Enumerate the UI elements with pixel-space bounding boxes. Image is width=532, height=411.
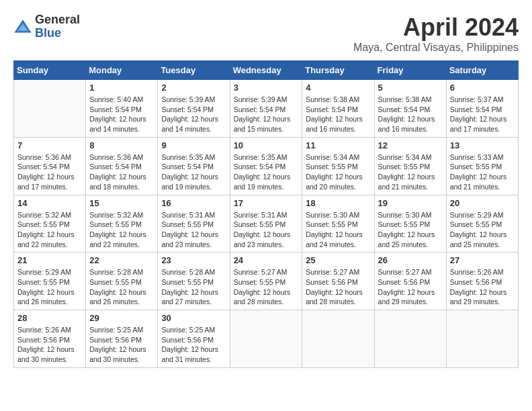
calendar-day-cell (14, 80, 86, 138)
day-number: 17 (234, 198, 299, 208)
calendar-day-cell: 22Sunrise: 5:28 AMSunset: 5:55 PMDayligh… (86, 253, 158, 310)
day-info: Sunrise: 5:30 AMSunset: 5:55 PMDaylight:… (306, 210, 370, 250)
day-number: 13 (450, 140, 515, 150)
day-info: Sunrise: 5:31 AMSunset: 5:55 PMDaylight:… (234, 210, 299, 250)
day-info: Sunrise: 5:33 AMSunset: 5:55 PMDaylight:… (450, 152, 515, 192)
calendar-day-cell: 15Sunrise: 5:32 AMSunset: 5:55 PMDayligh… (86, 195, 158, 253)
calendar-day-cell: 7Sunrise: 5:36 AMSunset: 5:54 PMDaylight… (14, 137, 86, 195)
calendar-week-row: 21Sunrise: 5:29 AMSunset: 5:55 PMDayligh… (14, 253, 519, 310)
day-info: Sunrise: 5:40 AMSunset: 5:54 PMDaylight:… (89, 95, 154, 134)
day-info: Sunrise: 5:35 AMSunset: 5:54 PMDaylight:… (234, 152, 299, 192)
day-number: 10 (234, 140, 299, 150)
calendar-day-cell: 12Sunrise: 5:34 AMSunset: 5:55 PMDayligh… (374, 137, 446, 195)
calendar-day-cell (302, 310, 374, 368)
logo-blue-text: Blue (35, 27, 80, 40)
day-info: Sunrise: 5:32 AMSunset: 5:55 PMDaylight:… (89, 210, 154, 250)
calendar-header-cell: Thursday (302, 61, 374, 80)
calendar-day-cell: 21Sunrise: 5:29 AMSunset: 5:55 PMDayligh… (14, 253, 86, 310)
day-info: Sunrise: 5:36 AMSunset: 5:54 PMDaylight:… (17, 152, 82, 192)
calendar-day-cell: 2Sunrise: 5:39 AMSunset: 5:54 PMDaylight… (158, 80, 230, 138)
day-number: 8 (89, 140, 154, 150)
calendar-day-cell: 11Sunrise: 5:34 AMSunset: 5:55 PMDayligh… (302, 137, 374, 195)
day-number: 3 (234, 83, 299, 93)
calendar-day-cell: 19Sunrise: 5:30 AMSunset: 5:55 PMDayligh… (374, 195, 446, 253)
day-number: 15 (89, 198, 154, 208)
calendar-day-cell: 20Sunrise: 5:29 AMSunset: 5:55 PMDayligh… (446, 195, 518, 253)
day-info: Sunrise: 5:25 AMSunset: 5:56 PMDaylight:… (89, 325, 154, 365)
calendar-day-cell (374, 310, 446, 368)
logo-text: General Blue (35, 13, 80, 40)
day-number: 20 (450, 198, 515, 208)
calendar-day-cell: 4Sunrise: 5:38 AMSunset: 5:54 PMDaylight… (302, 80, 374, 138)
calendar-location: Maya, Central Visayas, Philippines (353, 42, 519, 54)
day-info: Sunrise: 5:38 AMSunset: 5:54 PMDaylight:… (378, 95, 443, 134)
calendar-header-row: SundayMondayTuesdayWednesdayThursdayFrid… (14, 61, 519, 80)
calendar-day-cell: 24Sunrise: 5:27 AMSunset: 5:55 PMDayligh… (230, 253, 302, 310)
calendar-day-cell: 25Sunrise: 5:27 AMSunset: 5:56 PMDayligh… (302, 253, 374, 310)
day-number: 2 (161, 83, 226, 93)
day-number: 6 (450, 83, 515, 93)
logo-icon (13, 17, 32, 36)
calendar-header-cell: Sunday (14, 61, 86, 80)
calendar-day-cell: 28Sunrise: 5:26 AMSunset: 5:56 PMDayligh… (14, 310, 86, 368)
calendar-day-cell: 18Sunrise: 5:30 AMSunset: 5:55 PMDayligh… (302, 195, 374, 253)
day-info: Sunrise: 5:38 AMSunset: 5:54 PMDaylight:… (306, 95, 370, 134)
day-info: Sunrise: 5:27 AMSunset: 5:56 PMDaylight:… (378, 267, 443, 307)
day-number: 12 (378, 140, 443, 150)
day-number: 5 (378, 83, 443, 93)
calendar-day-cell: 13Sunrise: 5:33 AMSunset: 5:55 PMDayligh… (446, 137, 518, 195)
day-info: Sunrise: 5:34 AMSunset: 5:55 PMDaylight:… (378, 152, 443, 192)
calendar-day-cell: 1Sunrise: 5:40 AMSunset: 5:54 PMDaylight… (86, 80, 158, 138)
day-info: Sunrise: 5:29 AMSunset: 5:55 PMDaylight:… (450, 210, 515, 250)
calendar-week-row: 7Sunrise: 5:36 AMSunset: 5:54 PMDaylight… (14, 137, 519, 195)
calendar-day-cell: 9Sunrise: 5:35 AMSunset: 5:54 PMDaylight… (158, 137, 230, 195)
day-info: Sunrise: 5:32 AMSunset: 5:55 PMDaylight:… (17, 210, 82, 250)
calendar-header-cell: Tuesday (158, 61, 230, 80)
day-info: Sunrise: 5:39 AMSunset: 5:54 PMDaylight:… (161, 95, 226, 134)
calendar-week-row: 14Sunrise: 5:32 AMSunset: 5:55 PMDayligh… (14, 195, 519, 253)
page-header: General Blue April 2024 Maya, Central Vi… (13, 13, 519, 54)
title-area: April 2024 Maya, Central Visayas, Philip… (353, 13, 519, 54)
calendar-day-cell: 8Sunrise: 5:36 AMSunset: 5:54 PMDaylight… (86, 137, 158, 195)
day-number: 22 (89, 255, 154, 265)
calendar-day-cell: 26Sunrise: 5:27 AMSunset: 5:56 PMDayligh… (374, 253, 446, 310)
calendar-table: SundayMondayTuesdayWednesdayThursdayFrid… (13, 60, 519, 368)
calendar-header-cell: Monday (86, 61, 158, 80)
day-info: Sunrise: 5:26 AMSunset: 5:56 PMDaylight:… (450, 267, 515, 307)
calendar-header-cell: Wednesday (230, 61, 302, 80)
calendar-day-cell: 23Sunrise: 5:28 AMSunset: 5:55 PMDayligh… (158, 253, 230, 310)
day-number: 19 (378, 198, 443, 208)
calendar-day-cell (446, 310, 518, 368)
day-info: Sunrise: 5:34 AMSunset: 5:55 PMDaylight:… (306, 152, 370, 192)
calendar-day-cell: 30Sunrise: 5:25 AMSunset: 5:56 PMDayligh… (158, 310, 230, 368)
calendar-day-cell: 5Sunrise: 5:38 AMSunset: 5:54 PMDaylight… (374, 80, 446, 138)
day-info: Sunrise: 5:25 AMSunset: 5:56 PMDaylight:… (161, 325, 226, 365)
day-number: 4 (306, 83, 370, 93)
day-info: Sunrise: 5:30 AMSunset: 5:55 PMDaylight:… (378, 210, 443, 250)
day-number: 30 (161, 313, 226, 323)
day-number: 26 (378, 255, 443, 265)
day-info: Sunrise: 5:28 AMSunset: 5:55 PMDaylight:… (89, 267, 154, 307)
day-number: 27 (450, 255, 515, 265)
day-info: Sunrise: 5:35 AMSunset: 5:54 PMDaylight:… (161, 152, 226, 192)
calendar-day-cell: 27Sunrise: 5:26 AMSunset: 5:56 PMDayligh… (446, 253, 518, 310)
day-info: Sunrise: 5:29 AMSunset: 5:55 PMDaylight:… (17, 267, 82, 307)
calendar-header-cell: Friday (374, 61, 446, 80)
day-number: 16 (161, 198, 226, 208)
calendar-day-cell: 3Sunrise: 5:39 AMSunset: 5:54 PMDaylight… (230, 80, 302, 138)
calendar-body: 1Sunrise: 5:40 AMSunset: 5:54 PMDaylight… (14, 80, 519, 368)
day-info: Sunrise: 5:36 AMSunset: 5:54 PMDaylight:… (89, 152, 154, 192)
day-number: 28 (17, 313, 82, 323)
day-info: Sunrise: 5:27 AMSunset: 5:56 PMDaylight:… (306, 267, 370, 307)
day-number: 9 (161, 140, 226, 150)
calendar-header-cell: Saturday (446, 61, 518, 80)
day-number: 23 (161, 255, 226, 265)
calendar-day-cell (230, 310, 302, 368)
day-info: Sunrise: 5:27 AMSunset: 5:55 PMDaylight:… (234, 267, 299, 307)
day-info: Sunrise: 5:28 AMSunset: 5:55 PMDaylight:… (161, 267, 226, 307)
day-info: Sunrise: 5:31 AMSunset: 5:55 PMDaylight:… (161, 210, 226, 250)
day-number: 11 (306, 140, 370, 150)
logo-general-text: General (35, 13, 80, 27)
day-number: 21 (17, 255, 82, 265)
calendar-day-cell: 14Sunrise: 5:32 AMSunset: 5:55 PMDayligh… (14, 195, 86, 253)
